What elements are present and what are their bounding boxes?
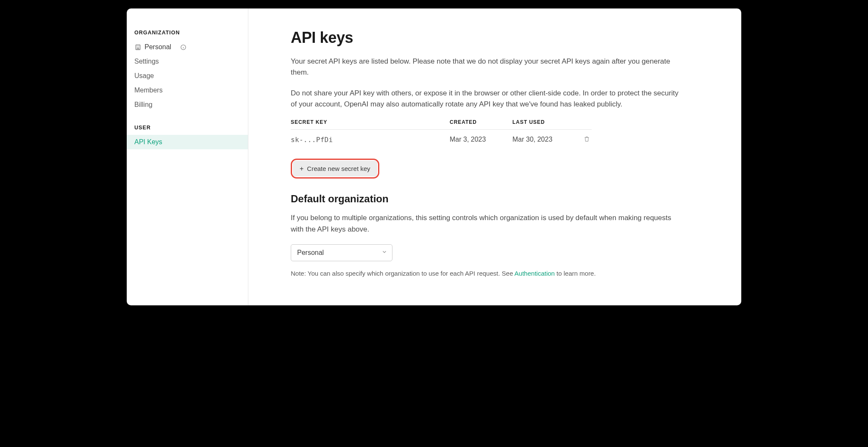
page-title: API keys bbox=[291, 29, 716, 47]
table-row: sk-...PfDi Mar 3, 2023 Mar 30, 2023 bbox=[291, 130, 592, 149]
sidebar-item-usage[interactable]: Usage bbox=[127, 69, 248, 83]
delete-key-button[interactable] bbox=[583, 135, 591, 144]
sidebar-item-label: API Keys bbox=[134, 138, 162, 146]
column-header-last-used: LAST USED bbox=[512, 119, 578, 125]
create-secret-key-button[interactable]: + Create new secret key bbox=[293, 161, 377, 176]
sidebar-item-label: Members bbox=[134, 87, 163, 94]
cell-secret-key: sk-...PfDi bbox=[291, 136, 450, 144]
sidebar-item-label: Billing bbox=[134, 101, 153, 109]
cell-created: Mar 3, 2023 bbox=[450, 136, 512, 143]
note-prefix: Note: You can also specify which organiz… bbox=[291, 270, 515, 277]
table-header-row: SECRET KEY CREATED LAST USED bbox=[291, 119, 592, 130]
default-org-select-wrap: Personal bbox=[291, 244, 392, 261]
intro-paragraph-1: Your secret API keys are listed below. P… bbox=[291, 56, 681, 78]
sidebar-item-label: Settings bbox=[134, 58, 159, 65]
sidebar-item-label: Usage bbox=[134, 72, 154, 80]
plus-icon: + bbox=[300, 165, 303, 172]
api-keys-table: SECRET KEY CREATED LAST USED sk-...PfDi … bbox=[291, 119, 592, 149]
default-org-selected-value: Personal bbox=[297, 249, 324, 256]
sidebar-item-members[interactable]: Members bbox=[127, 83, 248, 98]
default-org-note: Note: You can also specify which organiz… bbox=[291, 270, 716, 277]
sidebar: ORGANIZATION Personal Settings Usage Mem… bbox=[127, 8, 248, 305]
main-content: API keys Your secret API keys are listed… bbox=[248, 8, 741, 305]
trash-icon bbox=[584, 137, 590, 143]
default-org-select[interactable]: Personal bbox=[291, 244, 392, 261]
default-org-title: Default organization bbox=[291, 193, 716, 205]
column-header-secret-key: SECRET KEY bbox=[291, 119, 450, 125]
create-key-button-label: Create new secret key bbox=[307, 165, 370, 172]
sidebar-section-user: USER bbox=[127, 125, 248, 135]
sidebar-item-settings[interactable]: Settings bbox=[127, 54, 248, 69]
create-key-highlight: + Create new secret key bbox=[291, 159, 379, 179]
building-icon bbox=[134, 44, 141, 50]
app-window: ORGANIZATION Personal Settings Usage Mem… bbox=[127, 8, 741, 305]
sidebar-section-organization: ORGANIZATION bbox=[127, 30, 248, 40]
info-icon[interactable] bbox=[180, 44, 186, 50]
default-org-description: If you belong to multiple organizations,… bbox=[291, 212, 681, 235]
sidebar-item-personal[interactable]: Personal bbox=[127, 40, 248, 54]
cell-last-used: Mar 30, 2023 bbox=[512, 136, 578, 143]
column-header-created: CREATED bbox=[450, 119, 512, 125]
authentication-link[interactable]: Authentication bbox=[515, 270, 555, 277]
svg-rect-0 bbox=[136, 45, 140, 49]
sidebar-item-label: Personal bbox=[145, 43, 171, 51]
note-suffix: to learn more. bbox=[555, 270, 596, 277]
sidebar-item-api-keys[interactable]: API Keys bbox=[127, 135, 248, 149]
sidebar-item-billing[interactable]: Billing bbox=[127, 98, 248, 112]
intro-paragraph-2: Do not share your API key with others, o… bbox=[291, 88, 681, 110]
